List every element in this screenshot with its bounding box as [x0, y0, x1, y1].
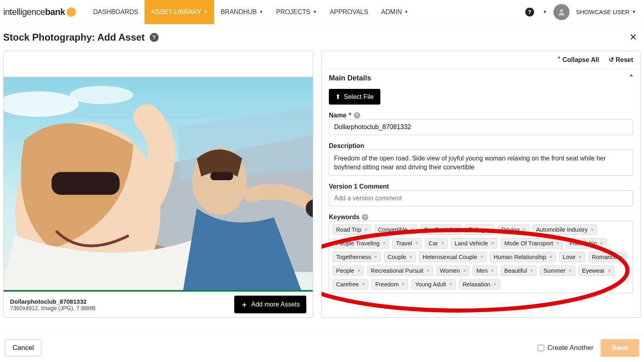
remove-tag-icon[interactable]: × — [523, 227, 526, 232]
remove-tag-icon[interactable]: × — [383, 241, 386, 246]
keyword-label: Heterosexual Couple — [423, 254, 477, 260]
remove-tag-icon[interactable]: × — [480, 254, 483, 260]
create-another-option[interactable]: Create Another — [538, 344, 593, 352]
keyword-tag[interactable]: Riding× — [465, 224, 495, 235]
keyword-tag[interactable]: Freedom× — [372, 279, 408, 290]
keyword-label: Romance — [592, 254, 617, 260]
keyword-tag[interactable]: Eyewear× — [578, 265, 614, 276]
keyword-tag[interactable]: Young Adult× — [411, 279, 456, 290]
remove-tag-icon[interactable]: × — [449, 282, 452, 287]
save-button[interactable]: Save — [601, 339, 639, 357]
user-menu[interactable]: SHOWCASE USER ▼ — [576, 8, 636, 15]
remove-tag-icon[interactable]: × — [402, 282, 405, 287]
keyword-tag[interactable]: Heterosexual Couple× — [419, 252, 487, 262]
keyword-tag[interactable]: Love× — [559, 252, 585, 262]
keyword-tag[interactable]: Couple× — [384, 252, 416, 262]
keyword-label: Recreational Pursuit — [371, 267, 423, 274]
remove-tag-icon[interactable]: × — [530, 268, 533, 274]
remove-tag-icon[interactable]: × — [488, 227, 491, 232]
remove-tag-icon[interactable]: × — [409, 254, 412, 260]
remove-tag-icon[interactable]: × — [374, 254, 377, 260]
keyword-tag[interactable]: Road Trip× — [332, 224, 371, 235]
keyword-tag[interactable]: Car Rental× — [420, 224, 461, 235]
remove-tag-icon[interactable]: × — [441, 241, 444, 246]
keywords-field[interactable]: Road Trip×Convertible×Car Rental×Riding×… — [329, 221, 633, 293]
preview-footer: Dollarphotoclub_87081332 7360x4912, Imag… — [4, 292, 313, 317]
keyword-tag[interactable]: Travel× — [392, 238, 422, 249]
keyword-tag[interactable]: Beautiful× — [501, 265, 537, 276]
remove-tag-icon[interactable]: × — [569, 268, 572, 274]
keyword-tag[interactable]: Summer× — [540, 265, 575, 276]
description-field[interactable]: Freedom of the open road. Side view of j… — [329, 150, 633, 176]
nav-item-brandhub[interactable]: BRANDHUB▼ — [214, 0, 270, 24]
reset-button[interactable]: ↺Reset — [609, 56, 633, 64]
keyword-tag[interactable]: Romance× — [588, 252, 627, 262]
close-icon[interactable]: ✕ — [625, 31, 641, 44]
section-header-main-details[interactable]: Main Details ˄ — [322, 69, 640, 87]
remove-tag-icon[interactable]: × — [608, 268, 611, 274]
remove-tag-icon[interactable]: × — [493, 282, 496, 287]
keyword-label: Carefree — [336, 281, 359, 288]
remove-tag-icon[interactable]: × — [427, 268, 429, 274]
add-more-assets-button[interactable]: ＋ Add more Assets — [234, 296, 306, 313]
keyword-label: Automobile Industry — [536, 226, 588, 233]
remove-tag-icon[interactable]: × — [415, 241, 418, 246]
remove-tag-icon[interactable]: × — [357, 268, 360, 274]
remove-tag-icon[interactable]: × — [600, 241, 603, 246]
keyword-tag[interactable]: Recreational Pursuit× — [367, 265, 433, 276]
remove-tag-icon[interactable]: × — [491, 241, 494, 246]
keyword-tag[interactable]: Men× — [473, 265, 497, 276]
brand-logo: intelligencebank — [3, 7, 75, 17]
keyword-tag[interactable]: Human Relationship× — [490, 252, 556, 262]
remove-tag-icon[interactable]: × — [455, 227, 458, 232]
avatar[interactable] — [553, 4, 570, 20]
remove-tag-icon[interactable]: × — [591, 227, 594, 232]
remove-tag-icon[interactable]: × — [463, 268, 466, 274]
keyword-label: Driving — [502, 226, 520, 233]
keyword-tag[interactable]: Relaxation× — [459, 279, 500, 290]
name-field[interactable] — [329, 119, 633, 135]
remove-tag-icon[interactable]: × — [556, 241, 559, 246]
keyword-tag[interactable]: Carefree× — [332, 279, 368, 290]
cancel-button[interactable]: Cancel — [5, 339, 41, 356]
remove-tag-icon[interactable]: × — [579, 254, 582, 260]
help-icon[interactable]: ? — [354, 112, 360, 119]
keyword-label: Summer — [543, 267, 566, 274]
user-caret-icon: ▼ — [632, 10, 636, 14]
keyword-tag[interactable]: Women× — [436, 265, 470, 276]
nav-item-admin[interactable]: ADMIN▼ — [375, 0, 415, 24]
remove-tag-icon[interactable]: × — [365, 227, 367, 232]
create-another-checkbox[interactable] — [538, 345, 544, 351]
collapse-all-button[interactable]: ˄Collapse All — [557, 56, 599, 64]
brand-sun-icon — [67, 8, 75, 16]
nav-item-dashboards[interactable]: DASHBOARDS — [87, 0, 144, 24]
keyword-label: Car — [429, 240, 438, 247]
info-icon[interactable]: ? — [150, 33, 159, 42]
nav-item-approvals[interactable]: APPROVALS — [323, 0, 375, 24]
remove-tag-icon[interactable]: × — [411, 227, 413, 232]
remove-tag-icon[interactable]: × — [491, 268, 494, 274]
section-body: ⬆ Select File Name* ? Description Freedo… — [322, 87, 640, 300]
keyword-tag[interactable]: Car× — [425, 238, 448, 249]
brand-text-2: bank — [45, 7, 65, 17]
keyword-tag[interactable]: Convertible× — [374, 224, 417, 235]
keyword-tag[interactable]: People× — [332, 265, 364, 276]
version-comment-field[interactable] — [329, 190, 633, 206]
keyword-tag[interactable]: Automobile Industry× — [533, 224, 597, 235]
remove-tag-icon[interactable]: × — [362, 282, 365, 287]
nav-item-asset-library[interactable]: ASSET LIBRARY▼ — [144, 0, 214, 24]
keyword-tag[interactable]: Driving× — [498, 224, 529, 235]
remove-tag-icon[interactable]: × — [620, 254, 623, 260]
remove-tag-icon[interactable]: × — [549, 254, 552, 260]
help-caret-icon[interactable]: ▼ — [543, 10, 547, 14]
keyword-tag[interactable]: Land Vehicle× — [451, 238, 497, 249]
keyword-tag[interactable]: Friendship× — [566, 238, 607, 249]
nav-item-projects[interactable]: PROJECTS▼ — [270, 0, 323, 24]
section-title: Main Details — [329, 74, 371, 82]
keyword-tag[interactable]: People Traveling× — [332, 238, 389, 249]
keyword-tag[interactable]: Togetherness× — [332, 252, 381, 262]
select-file-button[interactable]: ⬆ Select File — [329, 89, 380, 105]
help-icon[interactable]: ? — [362, 214, 368, 220]
keyword-tag[interactable]: Mode Of Transport× — [501, 238, 563, 249]
help-icon[interactable]: ? — [525, 8, 534, 16]
